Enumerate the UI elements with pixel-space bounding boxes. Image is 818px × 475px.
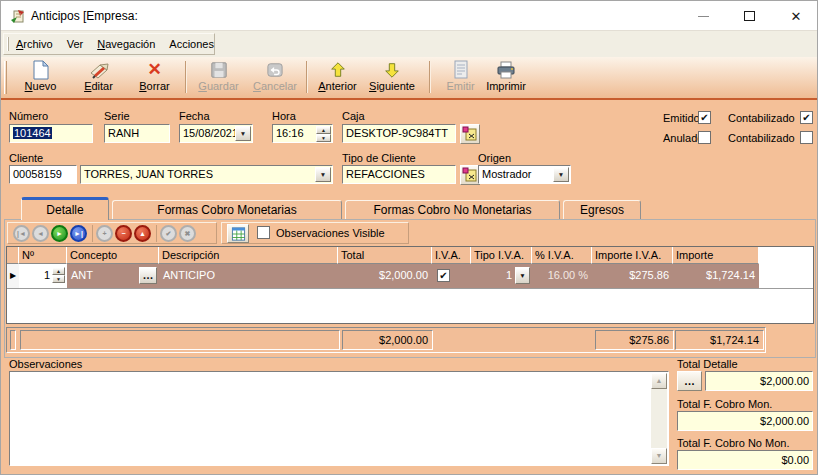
cell-pct-iva[interactable]: 16.00 % — [532, 264, 592, 288]
delete-record-icon: − — [121, 230, 125, 237]
origen-combo[interactable]: Mostrador ▼ — [478, 165, 571, 184]
scroll-down-button[interactable]: ▼ — [651, 448, 667, 464]
column-header[interactable]: I.V.A. — [432, 247, 471, 264]
nav-cancel-button[interactable]: ✖ — [179, 225, 196, 242]
column-header[interactable]: Nº — [19, 247, 67, 264]
maximize-button[interactable] — [727, 1, 771, 31]
cell-num-editor[interactable]: 1 ▲ ▼ — [19, 264, 67, 288]
emitir-button[interactable]: Emitir — [438, 59, 483, 97]
menu-acciones[interactable]: Acciones — [162, 34, 221, 54]
scroll-up-icon: ▲ — [656, 377, 663, 384]
ellipsis-icon: … — [143, 264, 154, 287]
scroll-up-button[interactable]: ▲ — [651, 373, 667, 389]
spin-down-button[interactable]: ▼ — [316, 134, 331, 142]
cell-concepto[interactable]: ANT … — [67, 264, 159, 288]
toolbar-gripper-handle[interactable] — [4, 61, 7, 94]
concepto-ellipsis-button[interactable]: … — [139, 267, 157, 284]
editar-button[interactable]: Editar — [72, 59, 125, 97]
cancelar-button[interactable]: Cancelar — [247, 59, 303, 97]
column-header[interactable]: Tipo I.V.A. — [471, 247, 532, 264]
footer-indicator-box — [10, 330, 16, 350]
nav-edit-button[interactable]: ▲ — [134, 225, 151, 242]
tab-egresos[interactable]: Egresos — [563, 200, 641, 220]
nav-prior-button[interactable]: ◄ — [32, 225, 49, 242]
cell-importe-iva[interactable]: $275.86 — [592, 264, 673, 288]
siguiente-button[interactable]: Siguiente — [364, 59, 420, 97]
chevron-down-icon: ▼ — [519, 264, 525, 287]
cell-iva[interactable]: ✔ — [432, 264, 471, 288]
nav-last-button[interactable]: ►| — [70, 225, 87, 242]
tipo-cliente-lookup-button[interactable] — [460, 165, 480, 185]
confirm-icon: ✔ — [166, 230, 172, 238]
nav-next-button[interactable]: ► — [51, 225, 68, 242]
cell-descripcion[interactable]: ANTICIPO — [159, 264, 338, 288]
cell-total[interactable]: $2,000.00 — [338, 264, 432, 288]
spin-up-button[interactable]: ▲ — [316, 126, 331, 134]
observaciones-scrollbar[interactable]: ▲ ▼ — [651, 373, 667, 464]
column-header[interactable]: Concepto — [67, 247, 159, 264]
origen-dropdown-button[interactable]: ▼ — [553, 167, 569, 182]
origen-value: Mostrador — [482, 168, 532, 180]
menubar: Archivo Ver Navegación Acciones — [1, 31, 818, 57]
delete-x-icon: ✕ — [147, 59, 161, 80]
grid-view-button[interactable] — [227, 224, 249, 243]
save-floppy-icon — [210, 59, 228, 80]
hora-field[interactable]: 16:16 ▲ ▼ — [272, 124, 333, 143]
chevron-down-icon: ▼ — [320, 166, 326, 183]
observaciones-label: Observaciones — [9, 358, 82, 370]
nav-post-button[interactable]: ✔ — [160, 225, 177, 242]
nav-insert-button[interactable]: + — [96, 225, 113, 242]
cliente-code-field[interactable]: 00058159 — [9, 165, 77, 184]
guardar-button[interactable]: Guardar — [191, 59, 246, 97]
anterior-button[interactable]: Anterior — [311, 59, 364, 97]
tipo-iva-dropdown-button[interactable]: ▼ — [515, 267, 530, 284]
spin-up-button[interactable]: ▲ — [52, 267, 65, 275]
nav-first-button[interactable]: |◄ — [13, 225, 30, 242]
close-button[interactable]: ✕ — [773, 1, 818, 31]
anulado-checkbox[interactable] — [698, 131, 711, 144]
column-header[interactable]: Importe I.V.A. — [592, 247, 673, 264]
column-header[interactable]: Total — [338, 247, 432, 264]
cell-tipo-iva[interactable]: 1 ▼ — [471, 264, 532, 288]
contabilizado2-checkbox[interactable] — [800, 131, 813, 144]
column-header[interactable]: Descripción — [159, 247, 338, 264]
caja-field[interactable]: DESKTOP-9C984TT — [342, 124, 456, 143]
close-icon: ✕ — [791, 9, 802, 24]
titlebar: Anticipos [Empresa: ✕ — [1, 1, 818, 31]
numero-field[interactable]: 101464 — [9, 124, 93, 143]
edit-record-icon: ▲ — [139, 230, 146, 237]
contabilizado-checkbox[interactable]: ✔ — [800, 111, 813, 124]
caja-lookup-button[interactable] — [460, 124, 480, 144]
imprimir-button[interactable]: Imprimir — [482, 59, 530, 97]
observaciones-textarea[interactable]: ▲ ▼ — [9, 371, 669, 466]
menu-ver[interactable]: Ver — [60, 34, 91, 54]
tab-formas-cobro-no-monetarias[interactable]: Formas Cobro No Monetarias — [345, 200, 560, 220]
menu-navegacion[interactable]: Navegación — [90, 34, 162, 54]
toolbar-divider-line — [1, 98, 818, 100]
observaciones-visible-checkbox[interactable] — [257, 226, 270, 239]
serie-field[interactable]: RANH — [104, 124, 170, 143]
column-header[interactable]: Importe — [673, 247, 759, 264]
spin-down-button[interactable]: ▼ — [52, 275, 65, 283]
nav-delete-button[interactable]: − — [115, 225, 132, 242]
emitido-checkbox[interactable]: ✔ — [698, 111, 711, 124]
column-header[interactable]: % I.V.A. — [532, 247, 592, 264]
cell-importe[interactable]: $1,724.14 — [673, 264, 759, 288]
tipo-cliente-field[interactable]: REFACCIONES — [342, 165, 456, 184]
tab-formas-cobro-monetarias[interactable]: Formas Cobro Monetarias — [112, 200, 342, 220]
nuevo-button[interactable]: Nuevo — [14, 59, 67, 97]
fecha-field[interactable]: 15/08/2021 ▼ — [179, 124, 253, 143]
cliente-name-combo[interactable]: TORRES, JUAN TORRES ▼ — [80, 165, 333, 184]
menu-archivo[interactable]: Archivo — [9, 34, 60, 54]
fecha-dropdown-button[interactable]: ▼ — [235, 126, 251, 141]
total-detalle-field: $2,000.00 — [705, 371, 813, 391]
prior-record-icon: ◄ — [37, 230, 44, 237]
imprimir-label: Imprimir — [486, 80, 526, 92]
borrar-button[interactable]: ✕ Borrar — [128, 59, 181, 97]
tab-detalle[interactable]: Detalle — [21, 197, 109, 220]
total-detalle-ellipsis-button[interactable]: … — [677, 371, 702, 391]
spin-up-icon: ▲ — [321, 127, 326, 133]
iva-checkbox[interactable]: ✔ — [437, 269, 450, 282]
cliente-dropdown-button[interactable]: ▼ — [315, 167, 331, 182]
minimize-button[interactable] — [681, 1, 725, 31]
